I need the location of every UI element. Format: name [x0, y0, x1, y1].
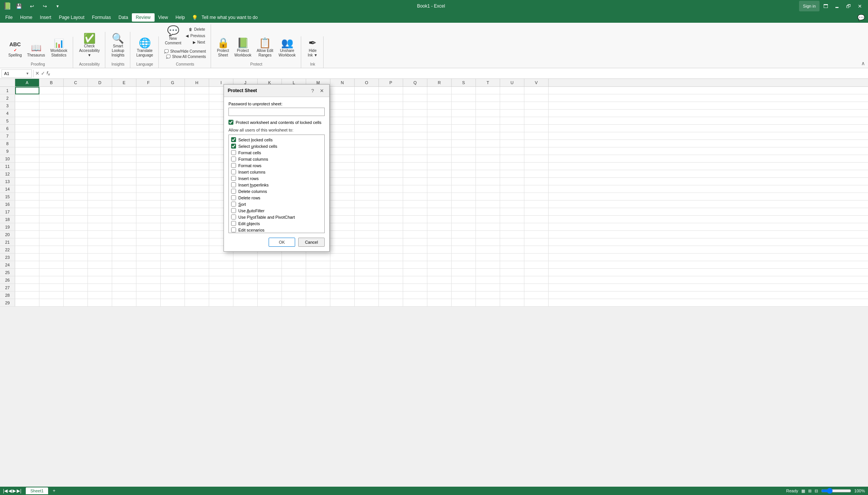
cell-C2[interactable]: [64, 94, 88, 102]
cell-L27[interactable]: [282, 284, 306, 291]
cell-E10[interactable]: [112, 155, 136, 163]
cell-H29[interactable]: [185, 299, 209, 307]
cell-D24[interactable]: [88, 261, 112, 269]
cell-Q16[interactable]: [403, 201, 427, 208]
select-all-button[interactable]: [0, 79, 15, 86]
cell-T21[interactable]: [476, 238, 500, 246]
cell-G16[interactable]: [161, 201, 185, 208]
cell-Q21[interactable]: [403, 238, 427, 246]
cell-A10[interactable]: [15, 155, 39, 163]
cell-Q24[interactable]: [403, 261, 427, 269]
cell-B7[interactable]: [39, 132, 64, 140]
cell-T3[interactable]: [476, 102, 500, 110]
cell-N29[interactable]: [330, 299, 355, 307]
cell-A18[interactable]: [15, 216, 39, 223]
cell-O12[interactable]: [355, 170, 379, 178]
cell-S17[interactable]: [452, 208, 476, 216]
cell-C24[interactable]: [64, 261, 88, 269]
cell-A29[interactable]: [15, 299, 39, 307]
cell-U25[interactable]: [500, 269, 524, 276]
cell-D8[interactable]: [88, 140, 112, 147]
cell-U26[interactable]: [500, 276, 524, 284]
cell-R19[interactable]: [427, 223, 452, 231]
cell-U8[interactable]: [500, 140, 524, 147]
cell-B20[interactable]: [39, 231, 64, 238]
cell-V6[interactable]: [524, 125, 549, 132]
cell-Q10[interactable]: [403, 155, 427, 163]
cell-P11[interactable]: [379, 163, 403, 170]
cell-C26[interactable]: [64, 276, 88, 284]
row-header-2[interactable]: 2: [0, 94, 15, 102]
menu-help[interactable]: Help: [172, 13, 189, 22]
row-header-14[interactable]: 14: [0, 185, 15, 193]
cell-S29[interactable]: [452, 299, 476, 307]
cell-G13[interactable]: [161, 178, 185, 185]
cell-H9[interactable]: [185, 147, 209, 155]
cell-C8[interactable]: [64, 140, 88, 147]
cell-Q15[interactable]: [403, 193, 427, 201]
cell-N12[interactable]: [330, 170, 355, 178]
cell-D1[interactable]: [88, 87, 112, 94]
cell-T20[interactable]: [476, 231, 500, 238]
row-header-19[interactable]: 19: [0, 223, 15, 230]
cell-N4[interactable]: [330, 110, 355, 117]
cell-J26[interactable]: [233, 276, 258, 284]
cell-S24[interactable]: [452, 261, 476, 269]
cell-F29[interactable]: [136, 299, 161, 307]
row-header-27[interactable]: 27: [0, 284, 15, 291]
perm-sort-checkbox[interactable]: [231, 202, 236, 207]
cell-A2[interactable]: [15, 94, 39, 102]
cell-O24[interactable]: [355, 261, 379, 269]
cell-S12[interactable]: [452, 170, 476, 178]
cell-T16[interactable]: [476, 201, 500, 208]
cell-H13[interactable]: [185, 178, 209, 185]
cell-S4[interactable]: [452, 110, 476, 117]
cell-E11[interactable]: [112, 163, 136, 170]
menu-page-layout[interactable]: Page Layout: [55, 13, 88, 22]
cell-F25[interactable]: [136, 269, 161, 276]
cell-V17[interactable]: [524, 208, 549, 216]
cell-H16[interactable]: [185, 201, 209, 208]
perm-delete-rows[interactable]: Delete rows: [230, 194, 323, 201]
perm-edit-objects[interactable]: Edit objects: [230, 220, 323, 227]
cell-J23[interactable]: [233, 254, 258, 261]
cell-T25[interactable]: [476, 269, 500, 276]
cell-A25[interactable]: [15, 269, 39, 276]
cell-P1[interactable]: [379, 87, 403, 94]
cell-E27[interactable]: [112, 284, 136, 291]
cell-F10[interactable]: [136, 155, 161, 163]
cell-R4[interactable]: [427, 110, 452, 117]
cell-N10[interactable]: [330, 155, 355, 163]
cell-O14[interactable]: [355, 185, 379, 193]
cell-B1[interactable]: [39, 87, 64, 94]
cell-V2[interactable]: [524, 94, 549, 102]
cell-D27[interactable]: [88, 284, 112, 291]
cell-B3[interactable]: [39, 102, 64, 110]
cell-T29[interactable]: [476, 299, 500, 307]
cell-P23[interactable]: [379, 254, 403, 261]
cell-G9[interactable]: [161, 147, 185, 155]
cell-Q6[interactable]: [403, 125, 427, 132]
cell-E20[interactable]: [112, 231, 136, 238]
cell-U28[interactable]: [500, 291, 524, 299]
cell-R22[interactable]: [427, 246, 452, 254]
cell-U12[interactable]: [500, 170, 524, 178]
cell-E3[interactable]: [112, 102, 136, 110]
cell-P18[interactable]: [379, 216, 403, 223]
cell-T14[interactable]: [476, 185, 500, 193]
cell-D23[interactable]: [88, 254, 112, 261]
cell-K26[interactable]: [258, 276, 282, 284]
cell-V27[interactable]: [524, 284, 549, 291]
cell-E21[interactable]: [112, 238, 136, 246]
cell-C23[interactable]: [64, 254, 88, 261]
cell-M26[interactable]: [306, 276, 330, 284]
cell-P19[interactable]: [379, 223, 403, 231]
cell-G26[interactable]: [161, 276, 185, 284]
cell-Q12[interactable]: [403, 170, 427, 178]
cell-P3[interactable]: [379, 102, 403, 110]
menu-insert[interactable]: Insert: [36, 13, 55, 22]
cell-R21[interactable]: [427, 238, 452, 246]
cell-N23[interactable]: [330, 254, 355, 261]
cell-P13[interactable]: [379, 178, 403, 185]
cell-F5[interactable]: [136, 117, 161, 125]
